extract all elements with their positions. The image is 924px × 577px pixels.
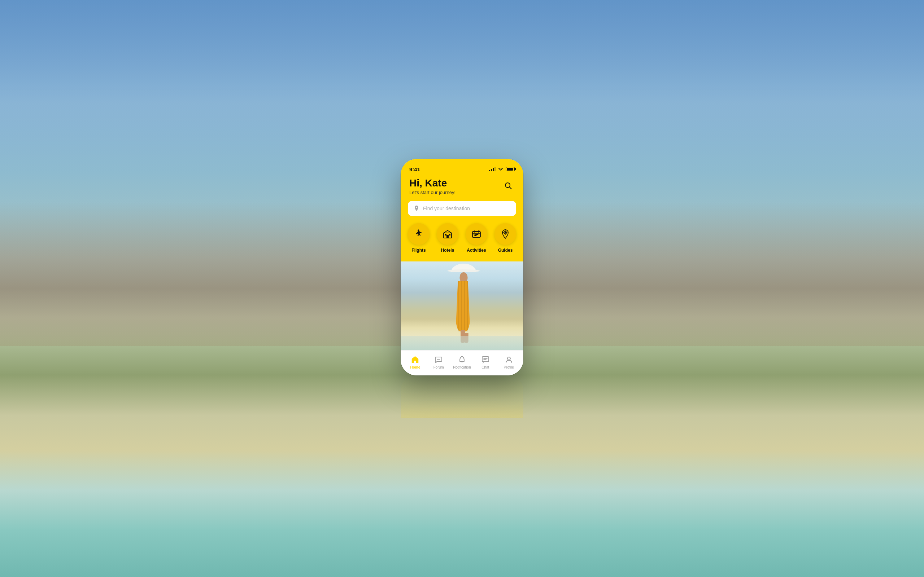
category-guides[interactable]: Guides: [494, 223, 516, 253]
guides-icon-circle: [494, 223, 516, 245]
hotels-label: Hotels: [441, 248, 454, 253]
search-placeholder-text: Find your destination: [423, 206, 470, 211]
svg-point-15: [438, 359, 439, 360]
category-activities[interactable]: Activities: [465, 223, 487, 253]
search-bar[interactable]: Find your destination: [408, 201, 516, 216]
woman-body: [447, 264, 480, 343]
nav-item-notification[interactable]: Notification: [452, 355, 472, 369]
status-time: 9:41: [409, 166, 420, 172]
app-header: Hi, Kate Let's start our journey!: [401, 175, 523, 201]
svg-point-9: [505, 232, 506, 233]
activities-icon-circle: [465, 223, 487, 245]
phone-frame: 9:41 Hi, Kate Let's start our journey!: [401, 159, 523, 376]
hotel-icon: [442, 229, 453, 239]
wifi-icon: [498, 167, 504, 171]
forum-nav-label: Forum: [433, 365, 444, 369]
svg-point-16: [439, 359, 440, 360]
home-icon: [411, 355, 419, 364]
plane-icon: [413, 229, 424, 239]
svg-point-14: [437, 359, 438, 360]
flights-label: Flights: [412, 248, 426, 253]
search-icon: [504, 182, 512, 190]
chat-nav-label: Chat: [481, 365, 489, 369]
ground-surface: [401, 336, 523, 350]
greeting-text: Hi, Kate: [409, 178, 456, 189]
activities-icon: [471, 229, 482, 239]
svg-rect-4: [449, 234, 451, 235]
status-bar: 9:41: [401, 159, 523, 175]
categories-section: Flights Hotels: [401, 223, 523, 261]
category-flights[interactable]: Flights: [408, 223, 430, 253]
woman-dress: [456, 281, 470, 331]
guides-label: Guides: [498, 248, 513, 253]
svg-point-22: [507, 357, 510, 360]
home-nav-label: Home: [410, 365, 420, 369]
svg-line-1: [510, 187, 512, 189]
nav-item-profile[interactable]: Profile: [499, 355, 519, 369]
notification-icon: [458, 355, 466, 364]
status-icons: [489, 167, 515, 171]
phone-wrapper: 9:41 Hi, Kate Let's start our journey!: [401, 159, 523, 418]
svg-rect-5: [446, 235, 449, 238]
hero-section: [401, 261, 523, 350]
nav-item-forum[interactable]: Forum: [429, 355, 449, 369]
nav-item-home[interactable]: Home: [405, 355, 425, 369]
nav-item-chat[interactable]: Chat: [475, 355, 495, 369]
woman-hat: [451, 264, 477, 272]
chat-icon: [481, 355, 490, 364]
svg-rect-19: [482, 357, 489, 362]
search-section: Find your destination: [401, 201, 523, 223]
svg-rect-3: [445, 234, 446, 235]
guides-icon: [500, 229, 511, 239]
forum-icon: [434, 355, 443, 364]
subtitle-text: Let's start our journey!: [409, 190, 456, 195]
woman-head: [460, 272, 468, 282]
phone-reflection: [401, 375, 523, 418]
signal-icon: [489, 167, 496, 171]
search-icon-button[interactable]: [502, 179, 515, 192]
location-pin-icon: [414, 205, 419, 212]
category-hotels[interactable]: Hotels: [437, 223, 459, 253]
battery-icon: [506, 167, 515, 171]
profile-icon: [505, 355, 513, 364]
bottom-navigation: Home Forum: [401, 350, 523, 376]
woman-figure: [447, 264, 480, 343]
notification-nav-label: Notification: [453, 365, 471, 369]
header-text: Hi, Kate Let's start our journey!: [409, 178, 456, 195]
activities-label: Activities: [467, 248, 486, 253]
hotels-icon-circle: [437, 223, 459, 245]
profile-nav-label: Profile: [504, 365, 514, 369]
flights-icon-circle: [408, 223, 430, 245]
